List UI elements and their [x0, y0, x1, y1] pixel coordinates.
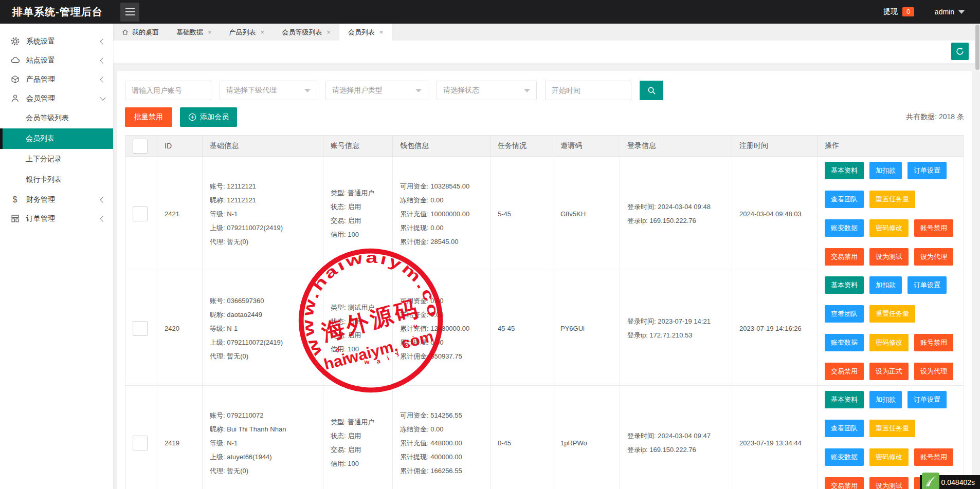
agent-select[interactable]: 请选择下级代理 — [220, 81, 317, 100]
scrollbar-thumb[interactable] — [975, 25, 979, 70]
row-action-button-加扣款[interactable]: 加扣款 — [869, 276, 902, 294]
sidebar-item-bank-card-list[interactable]: 银行卡列表 — [0, 170, 113, 190]
row-checkbox[interactable] — [133, 436, 148, 450]
row-action-button-订单设置[interactable]: 订单设置 — [908, 276, 947, 294]
search-button[interactable] — [640, 81, 663, 100]
row-action-button-查看团队[interactable]: 查看团队 — [825, 191, 864, 208]
info-line: 类型: 普通用户 — [331, 186, 385, 200]
row-action-button-交易禁用[interactable]: 交易禁用 — [825, 248, 864, 266]
info-line: 状态: 启用 — [331, 200, 385, 214]
refresh-button[interactable] — [951, 43, 969, 60]
row-action-button-密码修改[interactable]: 密码修改 — [869, 334, 909, 351]
row-action-button-查看团队[interactable]: 查看团队 — [825, 305, 864, 323]
member-table-body: 2421账号: 12112121昵称: 12112121等级: N-1上级: 0… — [125, 157, 964, 489]
page-render-time: 0.048402s — [920, 475, 980, 489]
info-line: 类型: 测试用户 — [331, 300, 385, 314]
vertical-scrollbar[interactable] — [975, 24, 980, 489]
user-type-select[interactable]: 请选择用户类型 — [325, 81, 428, 100]
sidebar-item-system-settings[interactable]: 系统设置 — [0, 32, 113, 51]
row-action-button-账号禁用[interactable]: 账号禁用 — [914, 219, 953, 237]
sidebar-item-member-level-list[interactable]: 会员等级列表 — [0, 108, 113, 128]
user-menu[interactable]: admin — [935, 8, 965, 16]
info-line: 信用: 100 — [331, 228, 385, 241]
row-action-button-交易禁用[interactable]: 交易禁用 — [825, 363, 864, 380]
tab-desktop[interactable]: 我的桌面 — [113, 24, 168, 41]
tab-basic-data[interactable]: 基础数据 × — [168, 24, 221, 41]
start-time-input[interactable] — [545, 81, 631, 100]
sidebar-item-member-management[interactable]: 会员管理 — [0, 89, 113, 108]
sidebar-item-label: 会员管理 — [26, 94, 55, 103]
table-row: 2419账号: 0792110072昵称: Bui Thi Thanh Nhan… — [125, 386, 964, 489]
sidebar-item-score-records[interactable]: 上下分记录 — [0, 149, 113, 170]
add-member-label: 添加会员 — [200, 112, 229, 122]
batch-disable-button[interactable]: 批量禁用 — [125, 107, 172, 127]
close-icon[interactable]: × — [379, 28, 384, 36]
column-header-invite-code: 邀请码 — [553, 136, 620, 157]
column-header-task: 任务情况 — [491, 136, 553, 157]
row-action-button-基本资料[interactable]: 基本资料 — [825, 391, 864, 408]
account-search-input[interactable] — [125, 81, 211, 100]
row-action-button-设为测试[interactable]: 设为测试 — [869, 248, 909, 266]
row-checkbox[interactable] — [133, 321, 148, 336]
row-action-button-账号禁用[interactable]: 账号禁用 — [914, 448, 953, 466]
checkbox-cell — [125, 386, 157, 489]
row-action-button-密码修改[interactable]: 密码修改 — [869, 219, 909, 237]
menu-toggle-button[interactable] — [120, 3, 139, 22]
order-icon — [10, 214, 20, 223]
row-action-button-加扣款[interactable]: 加扣款 — [869, 391, 902, 408]
row-action-button-设为正式[interactable]: 设为正式 — [869, 363, 909, 380]
row-action-button-账变数据[interactable]: 账变数据 — [825, 219, 864, 237]
invite-code-cell: G8v5KH — [553, 157, 620, 271]
sidebar-item-finance-management[interactable]: $ 财务管理 — [0, 190, 113, 209]
sidebar-item-order-management[interactable]: 订单管理 — [0, 209, 113, 228]
wallet-info-cell: 可用资金: 514256.55冻结资金: 0.00累计充值: 448000.00… — [393, 386, 491, 489]
row-action-button-设为代理[interactable]: 设为代理 — [914, 363, 953, 380]
row-action-button-设为代理[interactable]: 设为代理 — [914, 248, 953, 266]
row-action-button-设为测试[interactable]: 设为测试 — [869, 477, 909, 489]
tab-member-list[interactable]: 会员列表 × — [339, 24, 392, 41]
close-icon[interactable]: × — [208, 28, 212, 36]
tab-product-list[interactable]: 产品列表 × — [221, 24, 274, 41]
row-action-button-交易禁用[interactable]: 交易禁用 — [825, 477, 864, 489]
info-line: 上级: atuyet66(1944) — [210, 450, 316, 464]
info-line: 登录时间: 2024-03-04 09:48 — [627, 200, 724, 214]
row-action-button-订单设置[interactable]: 订单设置 — [908, 391, 947, 408]
wallet-info-cell: 可用资金: 10328545.00冻结资金: 0.00累计充值: 1000000… — [393, 157, 491, 271]
close-icon[interactable]: × — [326, 28, 331, 36]
row-action-button-订单设置[interactable]: 订单设置 — [908, 162, 947, 179]
account-info-cell: 类型: 普通用户状态: 启用交易: 启用信用: 100 — [323, 157, 393, 271]
sidebar-item-member-list[interactable]: 会员列表 — [0, 128, 113, 149]
chevron-down-icon — [958, 10, 965, 14]
row-checkbox[interactable] — [133, 206, 148, 221]
sidebar-item-site-settings[interactable]: 站点设置 — [0, 51, 113, 70]
row-action-button-重置任务量[interactable]: 重置任务量 — [869, 305, 915, 323]
tab-member-level-list[interactable]: 会员等级列表 × — [273, 24, 339, 41]
sidebar-item-product-management[interactable]: 产品管理 — [0, 70, 113, 89]
row-action-button-重置任务量[interactable]: 重置任务量 — [869, 191, 915, 208]
withdraw-menu[interactable]: 提现 0 — [883, 7, 914, 16]
select-all-checkbox[interactable] — [133, 139, 148, 154]
close-icon[interactable]: × — [261, 28, 265, 36]
chevron-down-icon — [100, 95, 105, 100]
tab-bar: 我的桌面 基础数据 × 产品列表 × 会员等级列表 × 会员列表 × — [113, 24, 980, 41]
info-line: 状态: 启用 — [331, 314, 385, 328]
row-action-button-重置任务量[interactable]: 重置任务量 — [869, 420, 915, 437]
add-member-button[interactable]: 添加会员 — [180, 107, 237, 127]
row-action-button-基本资料[interactable]: 基本资料 — [825, 162, 864, 179]
row-action-button-账变数据[interactable]: 账变数据 — [825, 334, 864, 351]
base-info-cell: 账号: 12112121昵称: 12112121等级: N-1上级: 07921… — [203, 157, 323, 271]
row-action-button-密码修改[interactable]: 密码修改 — [869, 448, 909, 466]
app-title: 排单系统-管理后台 — [0, 5, 114, 19]
row-action-button-查看团队[interactable]: 查看团队 — [825, 420, 864, 437]
row-action-button-加扣款[interactable]: 加扣款 — [869, 162, 902, 179]
row-action-button-基本资料[interactable]: 基本资料 — [825, 276, 864, 294]
row-action-button-账号禁用[interactable]: 账号禁用 — [914, 334, 953, 351]
row-action-button-账变数据[interactable]: 账变数据 — [825, 448, 864, 466]
info-line: 上级: 0792110072(2419) — [210, 335, 316, 349]
status-select[interactable]: 请选择状态 — [437, 81, 537, 100]
sidebar-subitem-label: 会员等级列表 — [26, 114, 69, 123]
account-info-cell: 类型: 普通用户状态: 启用交易: 启用信用: 100 — [323, 386, 393, 489]
tab-label: 产品列表 — [229, 28, 256, 37]
tab-label: 会员等级列表 — [282, 28, 322, 37]
filter-row: 请选择下级代理 请选择用户类型 请选择状态 — [125, 81, 964, 100]
